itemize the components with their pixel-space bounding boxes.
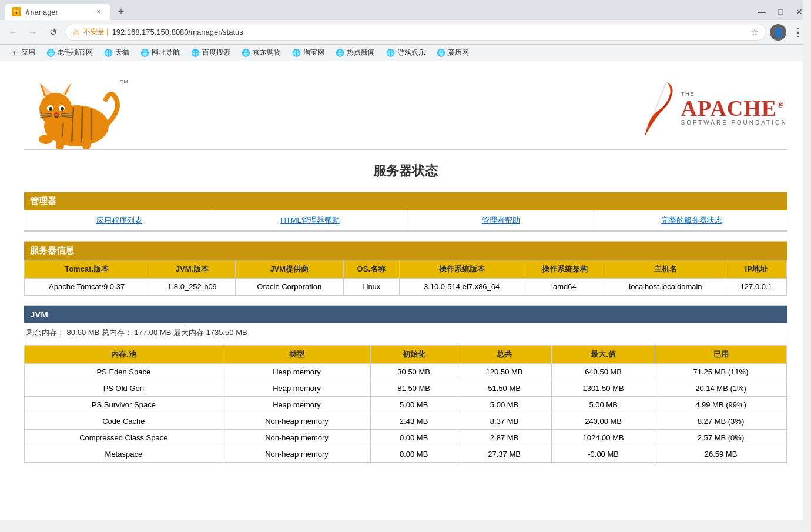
bookmark-jd[interactable]: 🌐 京东购物 — [236, 46, 286, 59]
bookmark-calendar[interactable]: 🌐 黄历网 — [431, 46, 474, 59]
bookmarks-bar: ⊞ 应用 🌐 老毛桃官网 🌐 天猫 🌐 网址导航 🌐 百度搜索 🌐 京东购物 🌐… — [0, 45, 811, 61]
tab-favicon: 🐱 — [12, 7, 21, 16]
bookmark-laomao[interactable]: 🌐 老毛桃官网 — [41, 46, 98, 59]
memory-cell: 5.00 MB — [371, 397, 457, 413]
bookmark-news[interactable]: 🌐 热点新闻 — [330, 46, 380, 59]
apache-logo: THE APACHE® SOFTWARE FOUNDATION — [640, 79, 787, 138]
bookmark-tianmao[interactable]: 🌐 天猫 — [99, 46, 134, 59]
reload-button[interactable]: ↺ — [45, 24, 61, 41]
manager-help-link[interactable]: 管理者帮助 — [482, 216, 520, 225]
apps-list-link[interactable]: 应用程序列表 — [96, 216, 142, 225]
memory-cell: 27.37 MB — [457, 446, 551, 463]
col-hostname: 主机名 — [605, 260, 726, 279]
bookmark-nav[interactable]: 🌐 网址导航 — [135, 46, 185, 59]
jvm-memory-summary: 剩余内存： 80.60 MB 总内存： 177.00 MB 最大内存 1735.… — [24, 323, 787, 343]
memory-table-row: PS Old GenHeap memory81.50 MB51.50 MB130… — [25, 380, 787, 397]
tomcat-version-value: Apache Tomcat/9.0.37 — [25, 279, 149, 295]
tab-close-button[interactable]: × — [94, 7, 103, 16]
bookmark-star-button[interactable]: ☆ — [750, 26, 759, 38]
memory-cell: 4.99 MB (99%) — [655, 397, 787, 413]
new-tab-button[interactable]: + — [113, 4, 129, 20]
jvm-section-header: JVM — [24, 306, 787, 323]
server-info-table: Tomcat.版本 JVM.版本 JVM提供商 OS.名称 操作系统版本 操作系… — [24, 260, 787, 295]
maximize-button[interactable]: □ — [773, 5, 787, 19]
manager-link-admin-help[interactable]: 管理者帮助 — [406, 210, 597, 231]
col-jvm-version: JVM.版本 — [149, 260, 235, 279]
html-manager-help-link[interactable]: HTML管理器帮助 — [280, 216, 339, 225]
svg-point-6 — [39, 93, 72, 126]
bookmark-label: 网址导航 — [152, 48, 180, 58]
forward-button[interactable]: → — [25, 24, 41, 41]
svg-point-24 — [39, 135, 53, 144]
memory-cell: 120.50 MB — [457, 364, 551, 380]
jvm-section: JVM 剩余内存： 80.60 MB 总内存： 177.00 MB 最大内存 1… — [24, 305, 787, 463]
manager-links: 应用程序列表 HTML管理器帮助 管理者帮助 完整的服务器状态 — [24, 210, 787, 231]
globe-icon: 🌐 — [436, 48, 445, 58]
globe-icon: 🌐 — [386, 48, 395, 58]
col-jvm-vendor: JVM提供商 — [235, 260, 343, 279]
server-info-header: 服务器信息 — [24, 242, 787, 260]
memory-cell: 640.50 MB — [552, 364, 655, 380]
apps-icon: ⊞ — [9, 48, 19, 58]
server-info-data-row: Apache Tomcat/9.0.37 1.8.0_252-b09 Oracl… — [25, 279, 787, 295]
tab-title: /manager — [26, 8, 89, 16]
memory-cell: 2.43 MB — [371, 413, 457, 430]
globe-icon: 🌐 — [140, 48, 149, 58]
protocol-label: 不安全 | — [83, 27, 108, 37]
globe-icon: 🌐 — [291, 48, 301, 58]
manager-section: 管理器 应用程序列表 HTML管理器帮助 管理者帮助 完整的服务器状态 — [24, 192, 787, 232]
hostname-value: localhost.localdomain — [605, 279, 726, 295]
jvm-vendor-value: Oracle Corporation — [235, 279, 343, 295]
memory-cell: Non-heap memory — [223, 413, 371, 430]
memory-table-row: Code CacheNon-heap memory2.43 MB8.37 MB2… — [25, 413, 787, 430]
globe-icon: 🌐 — [335, 48, 344, 58]
memory-table-row: PS Eden SpaceHeap memory30.50 MB120.50 M… — [25, 364, 787, 380]
manager-link-full-status[interactable]: 完整的服务器状态 — [596, 210, 787, 231]
tomcat-logo: TM — [24, 73, 129, 143]
memory-cell: Code Cache — [25, 413, 223, 430]
memory-cell: 1301.50 MB — [552, 380, 655, 397]
back-button[interactable]: ← — [5, 24, 21, 41]
memory-cell: PS Eden Space — [25, 364, 223, 380]
col-total: 总共 — [457, 346, 551, 364]
bookmark-games[interactable]: 🌐 游戏娱乐 — [381, 46, 430, 59]
col-used: 已用 — [655, 346, 787, 364]
minimize-button[interactable]: — — [755, 5, 769, 19]
browser-tab[interactable]: 🐱 /manager × — [5, 4, 110, 20]
memory-cell: 20.14 MB (1%) — [655, 380, 787, 397]
svg-line-4 — [82, 107, 82, 142]
bookmark-label: 天猫 — [115, 48, 129, 58]
profile-button[interactable]: 👤 — [770, 24, 786, 41]
svg-point-15 — [54, 112, 59, 116]
memory-cell: Compressed Class Space — [25, 430, 223, 446]
os-arch-value: amd64 — [524, 279, 605, 295]
bookmark-baidu[interactable]: 🌐 百度搜索 — [186, 46, 235, 59]
col-init: 初始化 — [371, 346, 457, 364]
manager-link-html-help[interactable]: HTML管理器帮助 — [215, 210, 406, 231]
col-os-version: 操作系统版本 — [399, 260, 524, 279]
svg-text:TM: TM — [120, 79, 128, 85]
svg-rect-23 — [82, 136, 91, 149]
col-max: 最大.值 — [552, 346, 655, 364]
memory-cell: 30.50 MB — [371, 364, 457, 380]
scrollbar[interactable] — [803, 0, 811, 520]
page-content: TM — [0, 61, 811, 520]
page-title: 服务器状态 — [24, 150, 787, 192]
manager-link-apps[interactable]: 应用程序列表 — [24, 210, 215, 231]
jvm-version-value: 1.8.0_252-b09 — [149, 279, 235, 295]
memory-cell: 1024.00 MB — [552, 430, 655, 446]
bookmark-label: 淘宝网 — [303, 48, 324, 58]
bookmark-apps[interactable]: ⊞ 应用 — [5, 46, 40, 59]
apache-title: APACHE® — [681, 97, 787, 119]
memory-cell: 51.50 MB — [457, 380, 551, 397]
col-type: 类型 — [223, 346, 371, 364]
svg-point-14 — [61, 107, 64, 111]
navigation-bar: ← → ↺ ⚠ 不安全 | 192.168.175.150:8080/manag… — [0, 20, 811, 45]
globe-icon: 🌐 — [103, 48, 113, 58]
bookmark-taobao[interactable]: 🌐 淘宝网 — [287, 46, 329, 59]
address-bar[interactable]: ⚠ 不安全 | 192.168.175.150:8080/manager/sta… — [65, 24, 766, 41]
memory-cell: 2.57 MB (0%) — [655, 430, 787, 446]
memory-table-row: MetaspaceNon-heap memory0.00 MB27.37 MB-… — [25, 446, 787, 463]
window-controls: — □ ✕ — [755, 5, 806, 19]
full-server-status-link[interactable]: 完整的服务器状态 — [661, 216, 722, 225]
